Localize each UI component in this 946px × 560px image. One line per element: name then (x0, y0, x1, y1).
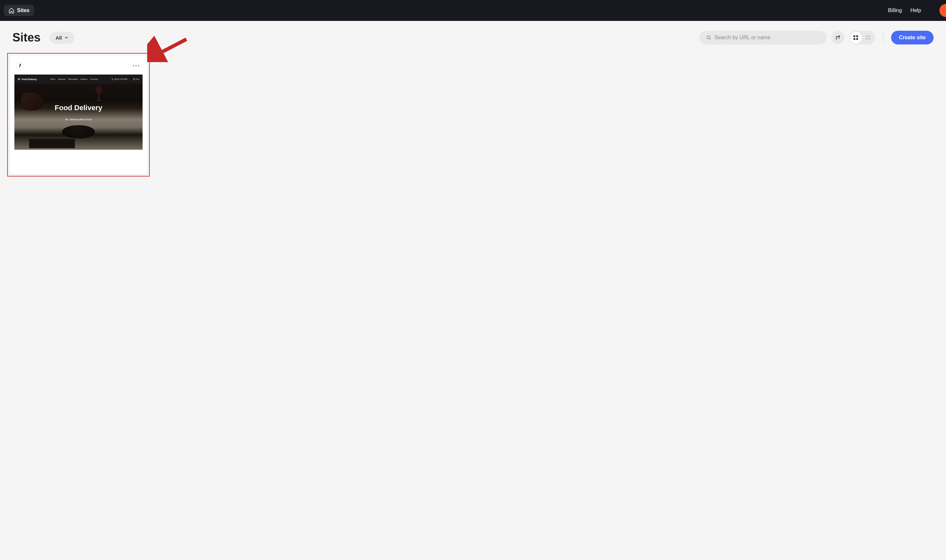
cart-icon (133, 78, 135, 80)
site-favicon: f (16, 62, 23, 69)
home-icon (9, 8, 14, 14)
svg-rect-5 (866, 35, 867, 37)
grid-icon (853, 35, 858, 40)
phone-icon (112, 78, 114, 80)
avatar[interactable] (940, 4, 946, 17)
toolbar-right: Create site (699, 31, 934, 45)
grid-view-button[interactable] (850, 32, 861, 43)
filter-label: All (55, 35, 62, 40)
preview-nav: Food Delivery Menu Desserts Beverages De… (14, 75, 143, 84)
search-box[interactable] (699, 31, 827, 45)
preview-hero: Food Delivery Delivery within 60 min (55, 104, 102, 121)
billing-link[interactable]: Billing (888, 8, 902, 14)
card-footer (14, 150, 143, 169)
preview-nav-right: (619) 123-4567 Cart (112, 78, 139, 80)
help-link[interactable]: Help (911, 8, 921, 14)
svg-rect-3 (854, 38, 855, 40)
site-preview-thumbnail: Food Delivery Menu Desserts Beverages De… (14, 75, 143, 150)
annotated-card-wrapper: f (10, 55, 147, 174)
svg-rect-1 (854, 35, 855, 37)
header-right: Billing Help (888, 4, 946, 17)
preview-nav-links: Menu Desserts Beverages Delivery Contact… (51, 78, 98, 80)
list-view-button[interactable] (862, 32, 874, 43)
svg-rect-11 (134, 79, 135, 80)
card-header: f (14, 60, 143, 75)
dots-icon (133, 65, 134, 66)
preview-phone: (619) 123-4567 (112, 78, 128, 80)
svg-rect-2 (857, 35, 858, 37)
divider (883, 32, 883, 43)
svg-rect-8 (868, 38, 871, 39)
svg-point-0 (707, 35, 710, 38)
chevron-down-icon (65, 35, 68, 40)
list-icon (866, 35, 871, 40)
delivery-icon (65, 118, 68, 121)
search-icon (706, 35, 711, 40)
site-card[interactable]: f (10, 55, 147, 174)
app-header: Sites Billing Help (0, 0, 946, 21)
header-title: Sites (17, 8, 29, 14)
sort-button[interactable] (831, 31, 844, 44)
annotation-arrow (147, 36, 190, 62)
preview-hero-subtitle: Delivery within 60 min (55, 118, 102, 121)
preview-logo: Food Delivery (18, 78, 37, 80)
create-site-button[interactable]: Create site (891, 31, 934, 45)
toolbar-left: Sites All (12, 31, 74, 45)
preview-hero-title: Food Delivery (55, 104, 102, 112)
svg-rect-6 (868, 36, 871, 37)
filter-dropdown[interactable]: All (50, 32, 74, 44)
svg-point-14 (67, 120, 68, 120)
svg-rect-7 (866, 38, 867, 40)
svg-line-10 (156, 39, 186, 55)
preview-cart: Cart (133, 78, 139, 80)
sort-icon (835, 35, 841, 40)
toolbar: Sites All (0, 21, 946, 51)
svg-point-13 (66, 120, 66, 120)
search-input[interactable] (714, 35, 820, 40)
content-area: f (0, 51, 946, 178)
view-toggle (849, 31, 875, 45)
header-home-button[interactable]: Sites (4, 5, 34, 16)
burger-icon (18, 78, 20, 80)
page-title: Sites (12, 31, 40, 45)
card-menu-button[interactable] (131, 64, 141, 68)
svg-rect-4 (857, 38, 858, 40)
svg-rect-12 (65, 118, 67, 120)
